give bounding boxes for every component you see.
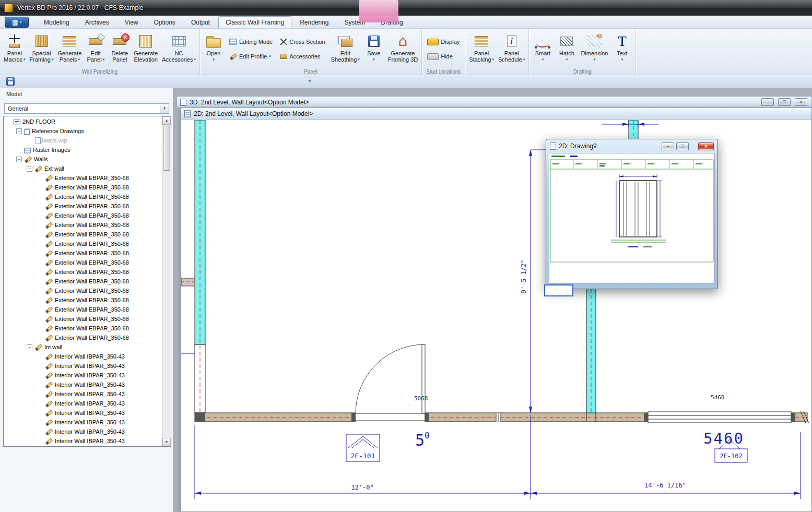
- tab-modeling[interactable]: Modeling: [37, 16, 77, 28]
- display-button[interactable]: Display: [425, 36, 462, 47]
- tree-item[interactable]: Exterior Wall EBPAR_350-68: [4, 192, 162, 201]
- scrollbar-thumb[interactable]: [163, 126, 170, 171]
- tree-item[interactable]: Interior Wall IBPAR_350-43: [4, 352, 162, 361]
- edit-sheathing-button[interactable]: EditSheathing▾: [329, 30, 362, 67]
- tab-classic-wall-framing[interactable]: Classic Wall Framing: [218, 16, 291, 28]
- tree-item[interactable]: Exterior Wall EBPAR_350-68: [4, 314, 162, 324]
- drawing9-content[interactable]: [549, 153, 715, 283]
- door-size-label[interactable]: 5068: [414, 395, 428, 402]
- select-arrow-icon[interactable]: ▼: [160, 104, 169, 113]
- door-opening[interactable]: [351, 344, 429, 422]
- window-size-label[interactable]: 5460: [711, 394, 725, 401]
- open-button[interactable]: Open▾: [202, 30, 226, 67]
- tree-item[interactable]: Interior Wall IBPAR_350-43: [4, 427, 162, 436]
- tree-item[interactable]: Exterior Wall EBPAR_350-68: [4, 295, 162, 305]
- tab-archives[interactable]: Archives: [78, 16, 116, 28]
- tree-item[interactable]: Exterior Wall EBPAR_350-68: [4, 333, 162, 342]
- tree-item[interactable]: Exterior Wall EBPAR_350-68: [4, 230, 162, 239]
- delete-panel-button[interactable]: DeletePanel: [108, 30, 132, 67]
- tree-item[interactable]: Exterior Wall EBPAR_350-68: [4, 258, 162, 267]
- wall-junction-stub[interactable]: [181, 278, 195, 286]
- tree-item[interactable]: Exterior Wall EBPAR_350-68: [4, 173, 162, 183]
- edit-profile-button[interactable]: Edit Profile▾: [227, 51, 275, 62]
- panel-stacking-button[interactable]: PanelStacking▾: [467, 30, 496, 67]
- tree-expander[interactable]: −: [27, 344, 32, 350]
- generate-elevation-button[interactable]: GenerateElevation: [132, 30, 160, 67]
- tree-item[interactable]: Interior Wall IBPAR_350-43: [4, 418, 162, 427]
- cross-section-button[interactable]: Cross Section: [277, 36, 327, 47]
- panel-schedule-button[interactable]: PanelSchedule▾: [496, 30, 527, 67]
- floating-window-titlebar[interactable]: 2D: Drawing9 – □ ×: [549, 139, 715, 153]
- close-icon[interactable]: ×: [698, 142, 714, 150]
- minimize-icon[interactable]: –: [761, 98, 774, 106]
- generate-panels-button[interactable]: GeneratePanels▾: [55, 30, 84, 67]
- tree-expander[interactable]: −: [27, 166, 32, 172]
- tree-item[interactable]: −Int wall: [4, 342, 162, 352]
- tree-item[interactable]: 1walls.vxp: [4, 136, 162, 145]
- save-button[interactable]: Save▾: [362, 30, 386, 67]
- panel-macros-button[interactable]: PanelMacros▾: [2, 30, 28, 67]
- door-panel-number[interactable]: 50: [415, 431, 430, 449]
- tree-item[interactable]: Interior Wall IBPAR_350-43: [4, 399, 162, 408]
- tree-item[interactable]: Exterior Wall EBPAR_350-68: [4, 239, 162, 248]
- edit-panel-button[interactable]: EditPanel▾: [84, 30, 108, 67]
- right-interior-wall[interactable]: [586, 277, 596, 413]
- ribbon-collapse-icon[interactable]: ▾: [305, 78, 314, 85]
- tree-item[interactable]: Exterior Wall EBPAR_350-68: [4, 286, 162, 295]
- hatch-button[interactable]: Hatch▾: [555, 30, 579, 67]
- tab-options[interactable]: Options: [147, 16, 183, 28]
- tree-item[interactable]: Exterior Wall EBPAR_350-68: [4, 201, 162, 211]
- tree-item[interactable]: Exterior Wall EBPAR_350-68: [4, 220, 162, 230]
- tree-expander[interactable]: −: [16, 128, 22, 134]
- pen-icon: [45, 437, 53, 445]
- bottom-dimensions[interactable]: 12'-0" 14'-6 1/16": [195, 415, 801, 499]
- tree-item[interactable]: Interior Wall IBPAR_350-43: [4, 361, 162, 371]
- restore-icon[interactable]: □: [778, 98, 791, 106]
- app-menu-button[interactable]: ▦ ▾: [5, 17, 29, 28]
- tree-item[interactable]: Interior Wall IBPAR_350-43: [4, 408, 162, 418]
- tree-item[interactable]: Interior Wall IBPAR_350-43: [4, 371, 162, 380]
- tree-item[interactable]: Interior Wall IBPAR_350-43: [4, 389, 162, 399]
- tree-item[interactable]: Exterior Wall EBPAR_350-68: [4, 324, 162, 333]
- tree-item[interactable]: Exterior Wall EBPAR_350-68: [4, 183, 162, 192]
- save-icon[interactable]: [6, 77, 15, 86]
- smart-button[interactable]: Smart▾: [531, 30, 555, 67]
- scroll-up-icon[interactable]: ▲: [162, 116, 171, 125]
- close-icon[interactable]: ×: [795, 98, 807, 106]
- hide-button[interactable]: Hide: [425, 51, 462, 62]
- special-framing-button[interactable]: SpecialFraming▾: [28, 30, 56, 67]
- tree-item[interactable]: −Walls: [4, 154, 162, 164]
- tree-item[interactable]: −Ext wall: [4, 164, 162, 173]
- tree-item[interactable]: Exterior Wall EBPAR_350-68: [4, 277, 162, 286]
- minimize-icon[interactable]: –: [662, 142, 674, 150]
- tab-view[interactable]: View: [117, 16, 146, 28]
- accessories-button[interactable]: Accessories: [277, 51, 327, 62]
- front-window-titlebar[interactable]: 2D: 2nd Level, Wall Layout<Option Model>: [181, 108, 811, 120]
- door-tag[interactable]: 2E-101: [346, 434, 380, 461]
- tree-item[interactable]: Exterior Wall EBPAR_350-68: [4, 211, 162, 220]
- dimension-button[interactable]: Dimension▾: [579, 30, 610, 67]
- floating-window[interactable]: 2D: Drawing9 – □ ×: [546, 139, 718, 289]
- maximize-icon[interactable]: □: [676, 142, 689, 150]
- tab-output[interactable]: Output: [184, 16, 217, 28]
- tree-scrollbar[interactable]: ▲ ▼: [162, 116, 171, 446]
- left-exterior-wall[interactable]: [195, 120, 205, 413]
- tree-item[interactable]: Interior Wall IBPAR_350-43: [4, 380, 162, 389]
- tab-rendering[interactable]: Rendering: [292, 16, 336, 28]
- generate-framing-3d-button[interactable]: GenerateFraming 3D: [386, 30, 420, 67]
- text-button[interactable]: Text▾: [610, 30, 634, 67]
- tree-item[interactable]: Interior Wall IBPAR_350-43: [4, 436, 162, 446]
- tree-item[interactable]: Exterior Wall EBPAR_350-68: [4, 267, 162, 277]
- nc-accessories-button[interactable]: NCAccessories▾: [160, 30, 198, 67]
- model-filter-select[interactable]: General ▼: [4, 103, 169, 114]
- tree-item[interactable]: Raster Images: [4, 145, 162, 154]
- scroll-down-icon[interactable]: ▼: [162, 438, 171, 446]
- editing-mode-button[interactable]: Editing Mode: [227, 36, 275, 47]
- tree-item[interactable]: Exterior Wall EBPAR_350-68: [4, 248, 162, 258]
- window-opening[interactable]: [644, 412, 795, 423]
- back-window-titlebar[interactable]: 3D: 2nd Level, Wall Layout<Option Model>…: [176, 96, 812, 108]
- tree-item[interactable]: −Reference Drawings: [4, 126, 162, 136]
- tree-item[interactable]: 2ND FLOOR: [4, 117, 162, 126]
- tree-item[interactable]: Exterior Wall EBPAR_350-68: [4, 305, 162, 314]
- tree-expander[interactable]: −: [16, 157, 22, 162]
